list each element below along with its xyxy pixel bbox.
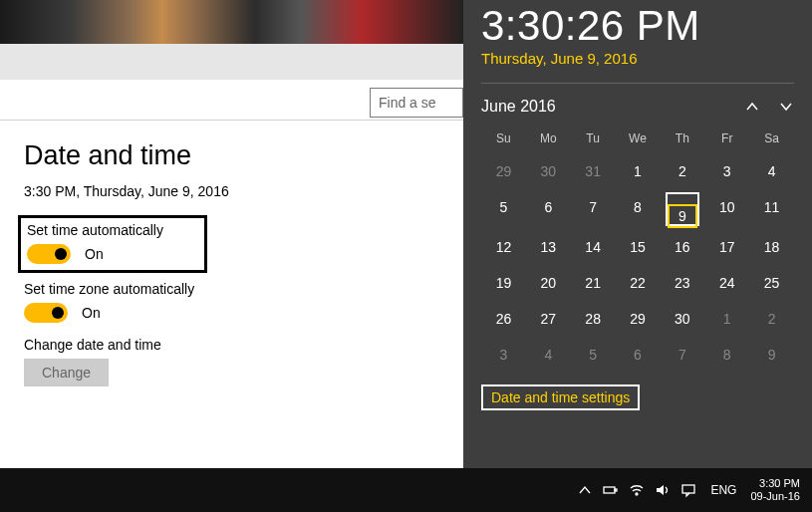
calendar-week: 19202122232425 <box>481 265 794 301</box>
page-title: Date and time <box>24 140 439 171</box>
calendar-day[interactable]: 2 <box>749 301 794 337</box>
calendar-day[interactable]: 5 <box>571 337 616 373</box>
chevron-up-icon <box>744 99 760 115</box>
calendar-day[interactable]: 24 <box>704 265 749 301</box>
flyout-date: Thursday, June 9, 2016 <box>481 50 794 67</box>
header-image <box>0 0 463 44</box>
calendar-day[interactable]: 2 <box>660 153 704 189</box>
chevron-down-icon <box>778 99 794 115</box>
tray-icons <box>577 482 696 498</box>
calendar-day[interactable]: 27 <box>526 301 571 337</box>
action-center-icon[interactable] <box>680 482 696 498</box>
calendar-day[interactable]: 12 <box>481 229 526 265</box>
calendar-day[interactable]: 19 <box>481 265 526 301</box>
calendar-day[interactable]: 29 <box>481 153 526 189</box>
volume-icon[interactable] <box>655 482 671 498</box>
auto-time-state: On <box>85 246 104 262</box>
calendar-day[interactable]: 13 <box>526 229 571 265</box>
auto-zone-label: Set time zone automatically <box>24 281 439 297</box>
calendar-day[interactable]: 31 <box>571 153 616 189</box>
calendar-dow: Tu <box>571 126 616 153</box>
change-button[interactable]: Change <box>24 359 109 386</box>
calendar-dow: Fr <box>704 126 749 153</box>
calendar-dow: We <box>616 126 661 153</box>
calendar-day[interactable]: 30 <box>660 301 704 337</box>
highlight-auto-time: Set time automatically On <box>18 215 207 273</box>
calendar-day[interactable]: 8 <box>704 337 749 373</box>
svg-point-2 <box>636 493 638 495</box>
calendar-day[interactable]: 5 <box>481 189 526 229</box>
calendar-week: 3456789 <box>481 337 794 373</box>
calendar-day[interactable]: 25 <box>749 265 794 301</box>
taskbar-clock[interactable]: 3:30 PM 09-Jun-16 <box>750 477 800 503</box>
auto-time-toggle[interactable] <box>27 244 71 264</box>
taskbar-date: 09-Jun-16 <box>750 490 800 503</box>
calendar-week: 567891011 <box>481 189 794 229</box>
calendar-day[interactable]: 7 <box>660 337 704 373</box>
calendar-dow-row: SuMoTuWeThFrSa <box>481 126 794 153</box>
change-dt-label: Change date and time <box>24 337 439 353</box>
settings-panel: Date and time 3:30 PM, Thursday, June 9,… <box>0 120 463 400</box>
calendar-dow: Mo <box>526 126 571 153</box>
wifi-icon[interactable] <box>629 482 645 498</box>
svg-rect-0 <box>604 487 615 493</box>
calendar-day[interactable]: 3 <box>704 153 749 189</box>
calendar-dow: Su <box>481 126 526 153</box>
svg-rect-1 <box>615 489 617 491</box>
calendar-day[interactable]: 14 <box>571 229 616 265</box>
search-input[interactable]: Find a se <box>370 88 463 118</box>
calendar-day[interactable]: 29 <box>616 301 661 337</box>
calendar-day[interactable]: 20 <box>526 265 571 301</box>
calendar-day[interactable]: 16 <box>660 229 704 265</box>
calendar-day[interactable]: 15 <box>616 229 661 265</box>
calendar-day[interactable]: 4 <box>526 337 571 373</box>
calendar-day[interactable]: 6 <box>616 337 661 373</box>
header-spacer <box>0 44 463 80</box>
calendar-dow: Sa <box>749 126 794 153</box>
calendar-day[interactable]: 21 <box>571 265 616 301</box>
calendar-week: 2930311234 <box>481 153 794 189</box>
calendar-week: 262728293012 <box>481 301 794 337</box>
calendar-day[interactable]: 17 <box>704 229 749 265</box>
calendar-day[interactable]: 10 <box>704 189 749 229</box>
language-indicator[interactable]: ENG <box>710 483 736 497</box>
calendar-day[interactable]: 8 <box>616 189 661 229</box>
calendar-day[interactable]: 28 <box>571 301 616 337</box>
calendar-day[interactable]: 7 <box>571 189 616 229</box>
next-month-button[interactable] <box>778 99 794 115</box>
calendar-day[interactable]: 26 <box>481 301 526 337</box>
svg-rect-4 <box>682 485 694 493</box>
auto-zone-toggle[interactable] <box>24 303 68 323</box>
tray-chevron-up-icon[interactable] <box>577 482 593 498</box>
calendar-day[interactable]: 11 <box>749 189 794 229</box>
calendar-day[interactable]: 1 <box>704 301 749 337</box>
svg-marker-3 <box>657 485 664 495</box>
battery-icon[interactable] <box>603 482 619 498</box>
calendar-day[interactable]: 23 <box>660 265 704 301</box>
date-time-settings-link[interactable]: Date and time settings <box>481 384 640 410</box>
calendar-day[interactable]: 18 <box>749 229 794 265</box>
calendar-day[interactable]: 22 <box>616 265 661 301</box>
taskbar: ENG 3:30 PM 09-Jun-16 <box>0 468 812 512</box>
prev-month-button[interactable] <box>744 99 760 115</box>
calendar-day[interactable]: 3 <box>481 337 526 373</box>
calendar-week: 12131415161718 <box>481 229 794 265</box>
calendar-day[interactable]: 4 <box>749 153 794 189</box>
auto-zone-state: On <box>82 305 101 321</box>
calendar-day[interactable]: 6 <box>526 189 571 229</box>
taskbar-time: 3:30 PM <box>750 477 800 490</box>
clock-flyout: 3:30:26 PM Thursday, June 9, 2016 June 2… <box>463 0 812 468</box>
calendar-dow: Th <box>660 126 704 153</box>
calendar-day[interactable]: 30 <box>526 153 571 189</box>
search-placeholder: Find a se <box>379 95 436 111</box>
month-label[interactable]: June 2016 <box>481 98 556 116</box>
calendar-day[interactable]: 1 <box>616 153 661 189</box>
current-datetime: 3:30 PM, Thursday, June 9, 2016 <box>24 183 439 199</box>
calendar: SuMoTuWeThFrSa 2930311234567891011121314… <box>481 126 794 373</box>
calendar-day[interactable]: 9 <box>749 337 794 373</box>
flyout-time: 3:30:26 PM <box>481 2 794 50</box>
calendar-day[interactable]: 9 <box>660 189 704 229</box>
auto-time-label: Set time automatically <box>21 222 196 238</box>
